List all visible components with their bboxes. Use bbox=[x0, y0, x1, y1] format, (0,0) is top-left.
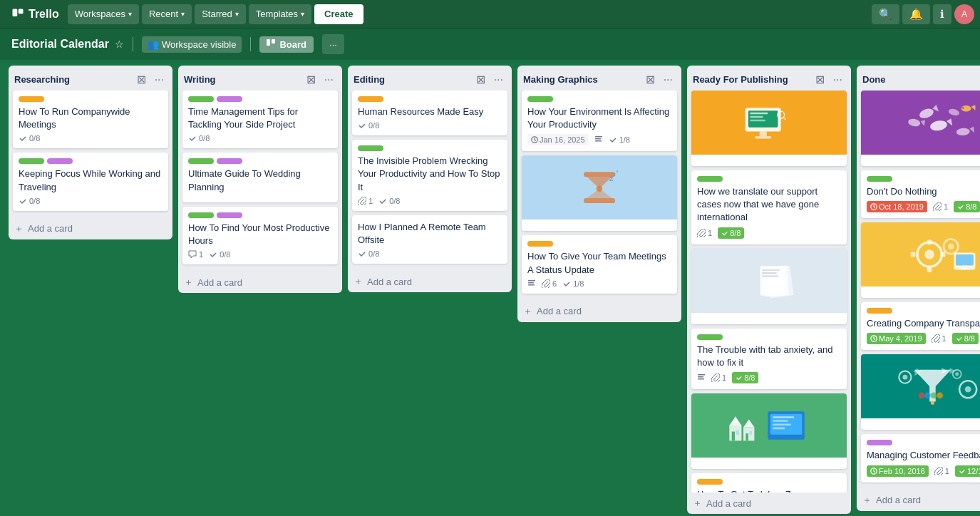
check-icon bbox=[736, 374, 743, 381]
card-hr-easy[interactable]: Human Resources Made Easy 0/8 bbox=[352, 91, 507, 135]
star-board-button[interactable]: ☆ bbox=[115, 38, 124, 50]
label-yellow bbox=[358, 96, 383, 102]
list-title: Researching bbox=[14, 74, 131, 85]
add-card-button[interactable]: ＋ Add a card bbox=[687, 492, 851, 514]
card-run-meetings[interactable]: How To Run Companywide Meetings 0/8 bbox=[13, 91, 168, 148]
card-labels bbox=[697, 334, 841, 340]
svg-rect-40 bbox=[743, 428, 754, 441]
card-remote-offsite[interactable]: How I Planned A Remote Team Offsite 0/8 bbox=[352, 215, 507, 264]
list-options-button[interactable]: ··· bbox=[321, 72, 336, 88]
list-options-button[interactable]: ··· bbox=[491, 72, 506, 88]
due-date-badge: Oct 18, 2019 bbox=[867, 201, 927, 212]
plus-icon: ＋ bbox=[693, 497, 702, 510]
list-writing: Writing ⊠ ··· Time Management Tips for T… bbox=[178, 66, 342, 293]
attachment-count: 1 bbox=[711, 373, 726, 382]
svg-rect-72 bbox=[956, 254, 974, 265]
card-orange-illustration[interactable] bbox=[691, 91, 847, 166]
svg-line-25 bbox=[783, 118, 785, 120]
card-labels bbox=[527, 96, 671, 102]
card-keeping-focus[interactable]: Keeping Focus While Working and Travelin… bbox=[13, 153, 168, 210]
card-title: How I Planned A Remote Team Offsite bbox=[358, 221, 502, 247]
card-labels bbox=[697, 176, 841, 182]
card-teal-gears[interactable] bbox=[861, 354, 980, 430]
card-yellow-gears[interactable] bbox=[861, 222, 980, 298]
show-menu-button[interactable]: ··· bbox=[322, 34, 344, 54]
card-green-houses[interactable] bbox=[691, 393, 847, 469]
trello-logo[interactable]: Trello bbox=[6, 8, 65, 21]
comment-count: 1 bbox=[188, 250, 203, 259]
create-button[interactable]: Create bbox=[314, 4, 363, 24]
svg-point-50 bbox=[918, 107, 934, 120]
add-card-button[interactable]: ＋ Add a card bbox=[178, 272, 342, 293]
label-purple bbox=[217, 212, 242, 218]
card-hourglass[interactable]: Z z z bbox=[522, 155, 677, 231]
list-options-button[interactable]: ··· bbox=[152, 72, 167, 88]
card-papers-illustration[interactable] bbox=[691, 249, 847, 324]
svg-text:z: z bbox=[617, 169, 619, 173]
list-expand-button[interactable]: ⊠ bbox=[304, 71, 319, 88]
card-tab-anxiety[interactable]: The Trouble with tab anxiety, and how to… bbox=[691, 329, 847, 389]
list-expand-button[interactable]: ⊠ bbox=[134, 71, 149, 88]
teal-gears-illustration bbox=[896, 361, 980, 411]
list-options-button[interactable]: ··· bbox=[661, 72, 676, 88]
add-card-button[interactable]: ＋ Add a card bbox=[348, 271, 512, 292]
card-meta: 1 8/8 bbox=[697, 372, 841, 383]
user-avatar[interactable]: A bbox=[954, 4, 974, 24]
search-button[interactable]: 🔍 bbox=[872, 4, 899, 24]
add-card-button[interactable]: ＋ Add a card bbox=[9, 218, 172, 239]
checklist-badge: 8/8 bbox=[718, 227, 744, 239]
card-company-transparency[interactable]: Creating Company Transparency May 4, 201… bbox=[861, 302, 980, 350]
svg-marker-55 bbox=[947, 118, 953, 126]
card-meeting-status[interactable]: How To Give Your Team Meetings A Status … bbox=[522, 235, 677, 293]
add-card-button[interactable]: ＋ Add a card bbox=[517, 301, 681, 322]
list-expand-button[interactable]: ⊠ bbox=[643, 71, 658, 88]
card-cover-teal bbox=[861, 354, 980, 418]
card-purple-fish[interactable] bbox=[861, 91, 980, 166]
houses-illustration bbox=[726, 401, 812, 450]
list-icon bbox=[697, 373, 706, 382]
board-visibility-button[interactable]: 👥 Workspace visible bbox=[142, 36, 242, 53]
svg-rect-34 bbox=[698, 378, 704, 380]
card-invisible-problem[interactable]: The Invisible Problem Wrecking Your Prod… bbox=[352, 140, 507, 211]
card-title: Creating Company Transparency bbox=[867, 317, 980, 330]
list-body: Time Management Tips for Tackling Your S… bbox=[178, 91, 342, 272]
svg-point-70 bbox=[948, 244, 954, 250]
card-meta: 0/8 bbox=[19, 134, 163, 143]
card-support-cases[interactable]: How we translate our support cases now t… bbox=[691, 170, 847, 244]
publishing-illustration bbox=[733, 98, 805, 148]
recent-menu[interactable]: Recent ▾ bbox=[142, 4, 192, 24]
info-button[interactable]: ℹ bbox=[933, 4, 951, 24]
card-dont-do-nothing[interactable]: Don't Do Nothing Oct 18, 2019 1 8/8 bbox=[861, 170, 980, 218]
attachment-icon bbox=[697, 229, 706, 237]
svg-rect-31 bbox=[762, 275, 778, 277]
notifications-button[interactable]: 🔔 bbox=[902, 4, 930, 24]
check-icon bbox=[959, 468, 966, 475]
checklist-count: 1/8 bbox=[562, 279, 584, 288]
add-card-button[interactable]: ＋ Add a card bbox=[857, 490, 980, 511]
svg-rect-66 bbox=[927, 267, 932, 272]
card-meta: Feb 10, 2016 1 12/12 bbox=[867, 465, 980, 477]
card-time-management[interactable]: Time Management Tips for Tackling Your S… bbox=[182, 91, 338, 148]
svg-point-52 bbox=[907, 118, 921, 127]
card-title: Ultimate Guide To Wedding Planning bbox=[188, 167, 332, 193]
description-icon bbox=[594, 135, 603, 144]
check-icon bbox=[19, 134, 27, 143]
card-meta: 1 0/8 bbox=[188, 250, 332, 259]
board-view-button[interactable]: Board bbox=[259, 36, 314, 53]
chevron-down-icon: ▾ bbox=[235, 10, 239, 18]
card-managing-feedback[interactable]: Managing Customer Feedback Feb 10, 2016 … bbox=[861, 434, 980, 482]
list-title: Editing bbox=[354, 74, 470, 85]
workspaces-menu[interactable]: Workspaces ▾ bbox=[68, 4, 139, 24]
card-inbox-zero[interactable]: How To Get To Inbox Zero 1 8/8 bbox=[691, 473, 847, 492]
card-wedding-planning[interactable]: Ultimate Guide To Wedding Planning bbox=[182, 153, 338, 202]
people-icon: 👥 bbox=[148, 39, 159, 50]
checklist-count: 1/8 bbox=[609, 135, 630, 144]
list-expand-button[interactable]: ⊠ bbox=[813, 71, 827, 88]
starred-menu[interactable]: Starred ▾ bbox=[195, 4, 246, 24]
list-expand-button[interactable]: ⊠ bbox=[473, 71, 488, 88]
card-productive-hours[interactable]: How To Find Your Most Productive Hours 1… bbox=[182, 207, 338, 264]
label-green bbox=[19, 158, 44, 164]
list-options-button[interactable]: ··· bbox=[830, 72, 845, 88]
card-environment-productivity[interactable]: How Your Environment Is Affecting Your P… bbox=[522, 91, 677, 151]
templates-menu[interactable]: Templates ▾ bbox=[249, 4, 311, 24]
